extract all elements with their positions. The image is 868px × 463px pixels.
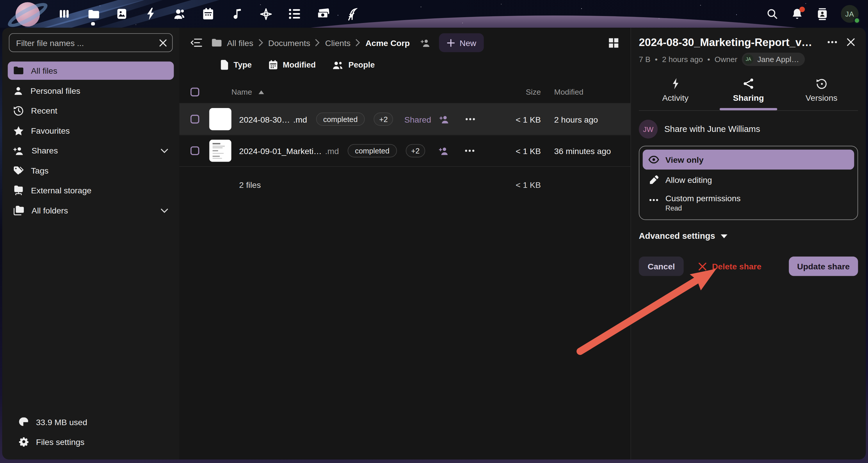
sidebar-item-external-storage[interactable]: External storage bbox=[8, 181, 174, 200]
user-avatar[interactable]: JA bbox=[840, 0, 859, 28]
notes-app-icon[interactable] bbox=[346, 0, 359, 28]
activity-app-icon[interactable] bbox=[144, 0, 157, 28]
chevron-right-icon bbox=[355, 39, 361, 47]
files-settings[interactable]: Files settings bbox=[13, 432, 168, 451]
plus-icon bbox=[447, 38, 455, 47]
nextcloud-logo[interactable] bbox=[11, 1, 46, 28]
shared-label[interactable]: Shared bbox=[404, 114, 431, 124]
pencil-icon bbox=[648, 175, 659, 184]
filter-files-input[interactable] bbox=[9, 33, 173, 52]
select-all-checkbox[interactable] bbox=[190, 88, 199, 96]
sidebar-item-favourites[interactable]: Favourites bbox=[8, 121, 174, 140]
chevron-down-icon[interactable] bbox=[161, 206, 168, 215]
people-icon bbox=[333, 60, 344, 69]
filter-chip-type[interactable]: Type bbox=[220, 60, 252, 70]
filter-chip-label: Modified bbox=[283, 60, 316, 69]
sidebar-item-label: Shares bbox=[31, 146, 58, 155]
breadcrumb-all-files[interactable]: All files bbox=[227, 38, 253, 47]
new-button[interactable]: New bbox=[439, 33, 484, 52]
file-list-area: All files Documents Clients Acme Corp Ne… bbox=[180, 28, 631, 459]
permission-custom[interactable]: Custom permissions Read bbox=[643, 190, 854, 216]
ellipsis-icon bbox=[648, 199, 659, 201]
permission-view-only[interactable]: View only bbox=[643, 150, 854, 170]
music-app-icon[interactable] bbox=[230, 0, 244, 28]
update-share-button[interactable]: Update share bbox=[789, 257, 858, 276]
file-count: 2 files bbox=[239, 180, 497, 189]
shared-user-icon[interactable] bbox=[439, 114, 450, 124]
active-tab-indicator bbox=[720, 108, 777, 110]
details-header: 2024-08-30_Marketing-Report_v… bbox=[639, 35, 858, 49]
toggle-sidebar-icon[interactable] bbox=[187, 33, 206, 52]
grid-view-toggle-icon[interactable] bbox=[604, 33, 623, 52]
details-actions-icon[interactable] bbox=[825, 35, 839, 49]
owner-pill[interactable]: JA Jane Appl… bbox=[742, 53, 805, 66]
new-button-label: New bbox=[460, 38, 476, 47]
column-header-size[interactable]: Size bbox=[497, 88, 541, 96]
row-checkbox[interactable] bbox=[190, 146, 199, 155]
sidebar-item-all-folders[interactable]: All folders bbox=[8, 201, 174, 220]
sidebar-item-recent[interactable]: Recent bbox=[8, 102, 174, 120]
folders-icon bbox=[13, 205, 25, 215]
row-actions-icon[interactable] bbox=[465, 118, 475, 120]
file-name: 2024-09-01_Marketi… bbox=[239, 146, 322, 155]
dashboard-app-icon[interactable] bbox=[58, 0, 71, 28]
tab-sharing[interactable]: Sharing bbox=[712, 73, 785, 110]
breadcrumb-clients[interactable]: Clients bbox=[325, 38, 350, 47]
details-file-title: 2024-08-30_Marketing-Report_v… bbox=[639, 36, 820, 49]
tab-versions[interactable]: Versions bbox=[785, 73, 858, 110]
row-checkbox[interactable] bbox=[190, 115, 199, 123]
permission-allow-editing[interactable]: Allow editing bbox=[643, 170, 854, 190]
owner-name: Jane Appl… bbox=[757, 55, 799, 63]
more-tags-badge: +2 bbox=[374, 112, 393, 126]
file-row-2024-09-01[interactable]: 2024-09-01_Marketi… .md completed +2 < 1… bbox=[180, 135, 631, 166]
filter-field-wrap bbox=[9, 33, 173, 52]
sidebar-item-personal-files[interactable]: Personal files bbox=[8, 82, 174, 100]
assistant-app-icon[interactable] bbox=[259, 0, 273, 28]
tasks-app-icon[interactable] bbox=[288, 0, 301, 28]
file-size: < 1 KB bbox=[497, 114, 541, 124]
sidebar-item-label: Personal files bbox=[31, 86, 80, 95]
advanced-settings-toggle[interactable]: Advanced settings bbox=[639, 231, 858, 241]
file-row-2024-08-30[interactable]: 2024-08-30… .md completed +2 Shared < 1 … bbox=[180, 103, 631, 135]
sidebar-item-shares[interactable]: Shares bbox=[8, 141, 174, 160]
files-settings-label: Files settings bbox=[36, 437, 85, 446]
clear-filter-icon[interactable] bbox=[157, 37, 168, 48]
search-icon[interactable] bbox=[766, 0, 779, 28]
notifications-bell-icon[interactable] bbox=[790, 0, 804, 28]
contacts-menu-icon[interactable] bbox=[815, 0, 829, 28]
filter-chip-modified[interactable]: Modified bbox=[269, 60, 316, 70]
delete-share-button[interactable]: Delete share bbox=[698, 261, 761, 271]
activity-icon bbox=[671, 78, 680, 89]
breadcrumb: All files Documents Clients Acme Corp bbox=[212, 38, 431, 47]
share-folder-icon[interactable] bbox=[420, 38, 431, 47]
storage-usage[interactable]: 33.9 MB used bbox=[13, 413, 168, 431]
sidebar-item-tags[interactable]: Tags bbox=[8, 161, 174, 180]
chevron-right-icon bbox=[315, 39, 320, 47]
filter-chip-label: Type bbox=[234, 60, 252, 69]
cancel-button[interactable]: Cancel bbox=[639, 257, 684, 276]
contacts-app-icon[interactable] bbox=[173, 0, 186, 28]
filter-chip-people[interactable]: People bbox=[333, 60, 375, 69]
caret-down-icon bbox=[720, 234, 727, 238]
gear-icon bbox=[19, 437, 29, 447]
money-app-icon[interactable] bbox=[317, 0, 330, 28]
permission-sublabel: Read bbox=[665, 204, 741, 212]
calendar-app-icon[interactable] bbox=[202, 0, 215, 28]
online-status-dot bbox=[854, 17, 861, 24]
files-app-icon[interactable] bbox=[86, 0, 100, 28]
active-app-indicator bbox=[91, 22, 95, 25]
shared-user-icon[interactable] bbox=[438, 146, 450, 155]
column-header-modified[interactable]: Modified bbox=[554, 88, 620, 96]
breadcrumb-documents[interactable]: Documents bbox=[268, 38, 310, 47]
sidebar-item-all-files[interactable]: All files bbox=[8, 61, 174, 80]
photos-app-icon[interactable] bbox=[115, 0, 129, 28]
x-icon bbox=[698, 262, 707, 270]
row-actions-icon[interactable] bbox=[465, 150, 474, 152]
column-header-name[interactable]: Name bbox=[231, 88, 497, 96]
history-icon bbox=[13, 106, 24, 116]
tab-activity[interactable]: Activity bbox=[639, 73, 712, 110]
close-icon[interactable] bbox=[843, 35, 858, 49]
file-extension: .md bbox=[293, 114, 307, 124]
tag-icon bbox=[13, 165, 24, 175]
chevron-down-icon[interactable] bbox=[161, 146, 168, 155]
